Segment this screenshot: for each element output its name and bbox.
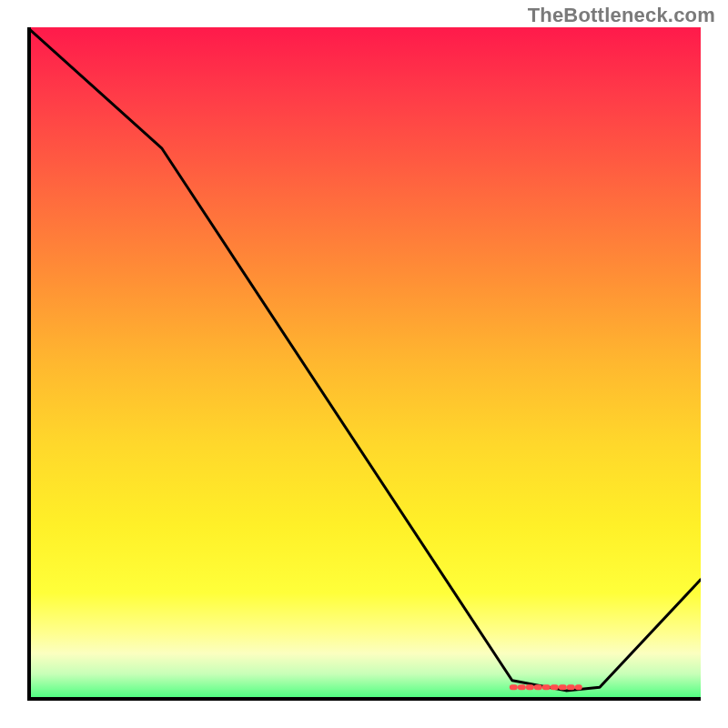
- x-axis: [27, 697, 701, 701]
- y-axis: [27, 27, 31, 701]
- plot-area: [27, 27, 701, 701]
- optimal-range-marker: [27, 27, 701, 701]
- chart-container: TheBottleneck.com: [0, 0, 728, 728]
- watermark-label: TheBottleneck.com: [528, 4, 715, 27]
